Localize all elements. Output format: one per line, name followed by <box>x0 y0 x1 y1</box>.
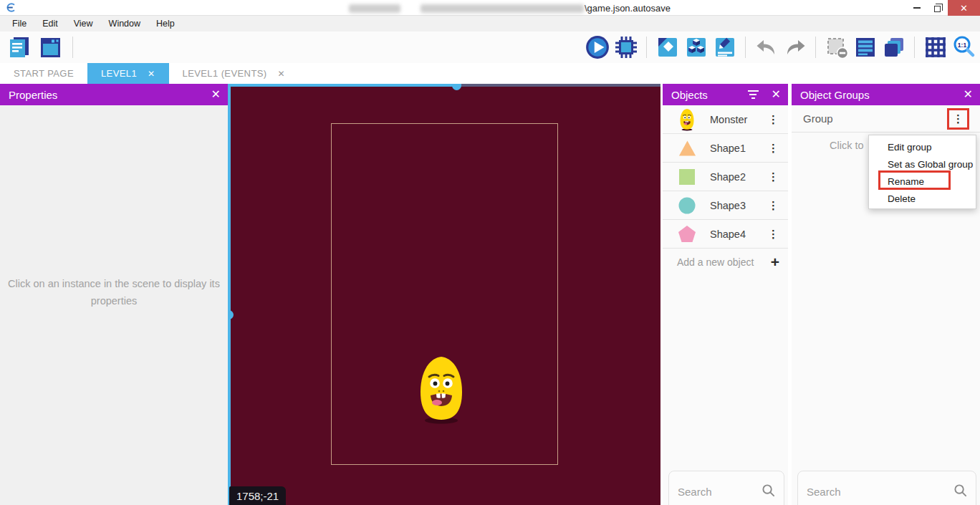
properties-empty-message: Click on an instance in the scene to dis… <box>6 276 221 310</box>
panel-title: Properties <box>9 89 57 101</box>
project-manager-icon[interactable] <box>6 34 32 61</box>
toolbar-separator <box>914 37 915 58</box>
objects-header: Objects ✕ <box>663 84 788 105</box>
close-panel-icon[interactable]: ✕ <box>211 89 221 100</box>
object-name: Shape3 <box>710 200 766 211</box>
monster-instance[interactable] <box>415 355 467 428</box>
tab-close-icon[interactable]: ✕ <box>148 69 155 79</box>
objects-search-input[interactable] <box>678 486 762 498</box>
zoom-original-icon[interactable]: 1:1 <box>951 34 977 61</box>
pentagon-thumbnail <box>676 225 698 244</box>
object-name: Monster <box>710 114 766 125</box>
delete-instances-icon[interactable] <box>823 34 850 61</box>
object-menu-icon[interactable]: ⋮ <box>766 142 781 155</box>
add-object-button[interactable]: Add a new object + <box>663 249 788 275</box>
redacted-title-segment <box>349 4 400 13</box>
tab-label: LEVEL1 (EVENTS) <box>183 68 267 79</box>
play-icon[interactable] <box>584 34 610 61</box>
menu-view[interactable]: View <box>66 19 101 29</box>
undo-icon[interactable] <box>753 34 779 61</box>
annotation-box-kebab <box>947 108 969 130</box>
redo-icon[interactable] <box>782 34 808 61</box>
minimize-icon <box>913 7 921 9</box>
toolbar-separator <box>815 37 816 58</box>
menu-file[interactable]: File <box>4 19 34 29</box>
toolbar-right-group: 1:1 <box>584 32 977 63</box>
layers-icon[interactable] <box>880 34 907 61</box>
object-menu-icon[interactable]: ⋮ <box>766 113 781 126</box>
selection-handle[interactable] <box>228 310 234 319</box>
menu-item-edit-group[interactable]: Edit group <box>869 139 976 156</box>
object-row-monster[interactable]: Monster ⋮ <box>663 105 788 134</box>
square-thumbnail <box>676 168 698 186</box>
tab-bar: START PAGE LEVEL1 ✕ LEVEL1 (EVENTS) ✕ <box>0 63 980 84</box>
start-page-icon[interactable] <box>37 34 63 61</box>
menu-help[interactable]: Help <box>148 19 183 29</box>
window-title: \game.json.autosave <box>349 3 671 14</box>
panel-title: Objects <box>671 89 708 101</box>
properties-header: Properties ✕ <box>0 84 228 105</box>
window-title-text: \game.json.autosave <box>585 3 671 14</box>
tab-label: LEVEL1 <box>101 68 137 79</box>
restore-button[interactable] <box>927 0 948 16</box>
object-row-shape4[interactable]: Shape4 ⋮ <box>663 220 788 249</box>
panel-title: Object Groups <box>800 89 870 101</box>
search-icon <box>762 484 775 500</box>
main-toolbar: 1:1 <box>0 32 980 63</box>
selection-edge-left <box>228 84 231 505</box>
grid-icon[interactable] <box>922 34 948 61</box>
toolbar-separator <box>72 37 73 58</box>
tab-close-icon[interactable]: ✕ <box>278 69 285 79</box>
close-icon: ✕ <box>960 3 968 14</box>
object-groups-header: Object Groups ✕ <box>792 84 980 105</box>
edit-scene-icon[interactable] <box>654 34 681 61</box>
object-row-shape2[interactable]: Shape2 ⋮ <box>663 163 788 191</box>
groups-search-input[interactable] <box>807 486 953 498</box>
edit-events-icon[interactable] <box>711 34 738 61</box>
selection-handle[interactable] <box>452 84 461 90</box>
add-object-label: Add a new object <box>677 256 771 268</box>
menu-bar: File Edit View Window Help <box>0 16 980 32</box>
close-panel-icon[interactable]: ✕ <box>772 89 781 100</box>
debug-icon[interactable] <box>612 34 639 61</box>
objects-panel: Objects ✕ Monster ⋮ Shape1 ⋮ <box>663 84 788 505</box>
object-row-shape1[interactable]: Shape1 ⋮ <box>663 134 788 163</box>
object-name: Shape1 <box>710 143 766 154</box>
instances-list-icon[interactable] <box>852 34 878 61</box>
tab-start-page[interactable]: START PAGE <box>0 63 87 84</box>
toolbar-separator <box>646 37 647 58</box>
toolbar-separator <box>745 37 746 58</box>
title-bar: \game.json.autosave ✕ <box>0 0 980 16</box>
object-row-shape3[interactable]: Shape3 ⋮ <box>663 191 788 220</box>
monster-thumbnail <box>676 108 698 131</box>
object-name: Shape2 <box>710 171 766 183</box>
svg-text:1:1: 1:1 <box>957 42 966 49</box>
object-menu-icon[interactable]: ⋮ <box>766 199 781 212</box>
window-controls: ✕ <box>906 0 980 16</box>
tab-level1-events[interactable]: LEVEL1 (EVENTS) ✕ <box>169 63 299 84</box>
menu-item-delete[interactable]: Delete <box>869 191 976 208</box>
close-panel-icon[interactable]: ✕ <box>964 89 973 100</box>
selection-edge-top <box>228 84 461 87</box>
groups-search-box <box>797 471 976 505</box>
object-menu-icon[interactable]: ⋮ <box>766 170 781 183</box>
tab-level1[interactable]: LEVEL1 ✕ <box>87 63 169 84</box>
object-name: Shape4 <box>710 229 766 240</box>
close-button[interactable]: ✕ <box>948 0 980 16</box>
plus-icon: + <box>771 254 779 269</box>
edit-objects-icon[interactable] <box>683 34 709 61</box>
toolbar-left-group <box>0 34 78 61</box>
properties-body: Click on an instance in the scene to dis… <box>0 105 228 505</box>
scene-canvas[interactable]: 1758;-21 <box>228 84 660 505</box>
groups-empty-message: Click to <box>830 140 864 151</box>
filter-icon[interactable] <box>748 90 759 100</box>
minimize-button[interactable] <box>906 0 927 16</box>
cursor-coordinates: 1758;-21 <box>229 486 286 505</box>
triangle-thumbnail <box>676 139 698 158</box>
menu-window[interactable]: Window <box>101 19 148 29</box>
menu-edit[interactable]: Edit <box>34 19 66 29</box>
tab-label: START PAGE <box>14 68 74 79</box>
gdevelop-logo-icon <box>6 2 16 13</box>
object-menu-icon[interactable]: ⋮ <box>766 228 781 241</box>
group-name: Group <box>803 112 951 125</box>
